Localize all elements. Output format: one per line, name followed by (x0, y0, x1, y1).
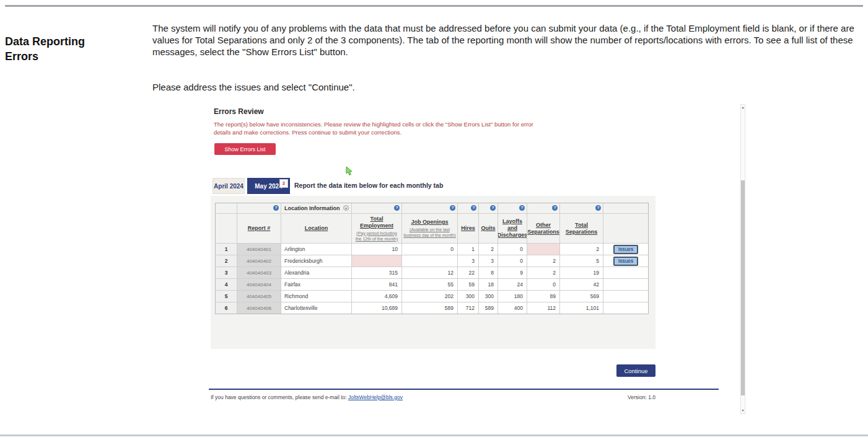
column-header-total-employment[interactable]: Total Employment (Pay period including t… (352, 214, 402, 243)
help-icon[interactable]: ? (552, 205, 558, 211)
other-separations-cell[interactable]: 112 (527, 302, 560, 314)
hires-cell[interactable]: 3 (458, 255, 479, 267)
other-separations-cell[interactable]: 89 (527, 291, 560, 302)
icon-cell-rownum (216, 203, 237, 213)
column-header-job-openings[interactable]: Job Openings (Available on the last busi… (402, 214, 458, 243)
row-number-cell: 4 (216, 279, 237, 290)
hires-cell[interactable]: 59 (458, 279, 479, 290)
table-icon-row: ? Location Information ▾ ? ? ? (216, 203, 648, 214)
total-employment-cell[interactable]: 841 (352, 279, 402, 290)
other-separations-cell[interactable]: 2 (527, 255, 560, 267)
warning-text: The report(s) below have inconsistencies… (214, 120, 533, 136)
location-info-toggle-icon[interactable]: ▾ (343, 205, 349, 211)
table-panel: ? Location Information ▾ ? ? ? (211, 196, 655, 349)
tab-may-2024[interactable]: May 2024 2 (247, 178, 290, 194)
hires-cell[interactable]: 300 (458, 291, 479, 302)
page-title: Data Reporting Errors (5, 34, 120, 64)
quits-cell[interactable]: 300 (479, 291, 498, 302)
quits-cell[interactable]: 589 (479, 302, 498, 314)
icon-cell-layoffs: ? (498, 203, 527, 213)
total-separations-cell[interactable]: 42 (560, 279, 603, 290)
column-header-hires[interactable]: Hires (458, 214, 479, 243)
version-text: Version: 1.0 (209, 394, 655, 400)
job-openings-cell[interactable]: 55 (402, 279, 458, 290)
tab-april-2024[interactable]: April 2024 (213, 178, 245, 194)
other-separations-cell[interactable] (527, 244, 560, 255)
total-employment-cell[interactable]: 4,609 (352, 291, 402, 302)
location-cell: Charlottesville (281, 302, 352, 314)
column-header-report[interactable]: Report # (237, 214, 281, 243)
layoffs-discharges-cell[interactable]: 0 (498, 244, 527, 255)
help-icon[interactable]: ? (490, 205, 496, 211)
hires-cell[interactable]: 712 (458, 302, 479, 314)
continue-button[interactable]: Continue (616, 364, 655, 377)
layoffs-discharges-cell[interactable]: 0 (498, 255, 527, 267)
job-openings-cell[interactable] (402, 255, 458, 267)
scrollbar-track[interactable]: ▲ ▼ (740, 104, 745, 414)
location-cell: Richmond (281, 291, 352, 302)
top-divider (5, 5, 863, 7)
report-number-cell: 404040404 (237, 279, 281, 290)
help-icon[interactable]: ? (519, 205, 525, 211)
total-employment-cell[interactable] (352, 255, 402, 267)
total-employment-cell[interactable]: 10,689 (352, 302, 402, 314)
help-icon[interactable]: ? (595, 205, 601, 211)
issues-button[interactable]: Issues (613, 245, 638, 254)
help-icon[interactable]: ? (394, 205, 400, 211)
total-employment-cell[interactable]: 315 (352, 267, 402, 278)
help-icon[interactable]: ? (450, 205, 455, 211)
report-number-cell: 404040401 (237, 244, 281, 255)
column-header-location[interactable]: Location (281, 214, 352, 243)
bottom-divider (0, 434, 868, 436)
column-header-layoffs[interactable]: Layoffs and Discharges (498, 214, 527, 243)
quits-cell[interactable]: 8 (479, 267, 498, 278)
hires-cell[interactable]: 22 (458, 267, 479, 278)
hires-cell[interactable]: 1 (458, 244, 479, 255)
tab-may-label: May 2024 (255, 183, 282, 190)
column-header-quits[interactable]: Quits (479, 214, 498, 243)
help-icon[interactable]: ? (273, 205, 279, 211)
help-icon[interactable]: ? (471, 205, 476, 211)
layoffs-discharges-cell[interactable]: 180 (498, 291, 527, 302)
column-header-other-separations[interactable]: Other Separations (527, 214, 560, 243)
errors-review-heading: Errors Review (214, 107, 264, 116)
location-cell: Fredericksburgh (281, 255, 352, 267)
issues-button[interactable]: Issues (613, 257, 638, 266)
scroll-up-button[interactable]: ▲ (741, 105, 745, 110)
total-separations-cell[interactable]: 5 (560, 255, 603, 267)
table-row: 6 404040406 Charlottesville 10,689 589 7… (216, 302, 648, 314)
location-cell: Arlington (281, 244, 352, 255)
icon-cell-total-separations: ? (560, 203, 603, 213)
report-number-cell: 404040403 (237, 267, 281, 278)
job-openings-cell[interactable]: 0 (402, 244, 458, 255)
quits-cell[interactable]: 3 (479, 255, 498, 267)
row-number-cell: 5 (216, 291, 237, 302)
layoffs-discharges-cell[interactable]: 9 (498, 267, 527, 278)
layoffs-discharges-cell[interactable]: 400 (498, 302, 527, 314)
location-cell: Fairfax (281, 279, 352, 290)
icon-cell-job-openings: ? (402, 203, 458, 213)
job-openings-cell[interactable]: 202 (402, 291, 458, 302)
issues-cell (603, 267, 648, 278)
quits-cell[interactable]: 2 (479, 244, 498, 255)
layoffs-discharges-cell[interactable]: 24 (498, 279, 527, 290)
footer-divider (209, 389, 719, 390)
total-separations-cell[interactable]: 569 (560, 291, 603, 302)
quits-cell[interactable]: 18 (479, 279, 498, 290)
row-number-cell: 2 (216, 255, 237, 267)
total-separations-cell[interactable]: 2 (560, 244, 603, 255)
other-separations-cell[interactable]: 0 (527, 279, 560, 290)
column-header-total-separations[interactable]: Total Separations (560, 214, 603, 243)
total-employment-cell[interactable]: 10 (352, 244, 402, 255)
job-openings-cell[interactable]: 589 (402, 302, 458, 314)
other-separations-cell[interactable]: 2 (527, 267, 560, 278)
intro-paragraph: The system will notify you of any proble… (152, 22, 865, 58)
total-separations-cell[interactable]: 19 (560, 267, 603, 278)
icon-cell-hires: ? (458, 203, 479, 213)
total-separations-cell[interactable]: 1,101 (560, 302, 603, 314)
icon-cell-report: ? (237, 203, 281, 213)
job-openings-cell[interactable]: 12 (402, 267, 458, 278)
scrollbar-thumb[interactable] (741, 180, 745, 395)
show-errors-list-button[interactable]: Show Errors List (214, 143, 276, 155)
scroll-down-button[interactable]: ▼ (741, 408, 745, 413)
